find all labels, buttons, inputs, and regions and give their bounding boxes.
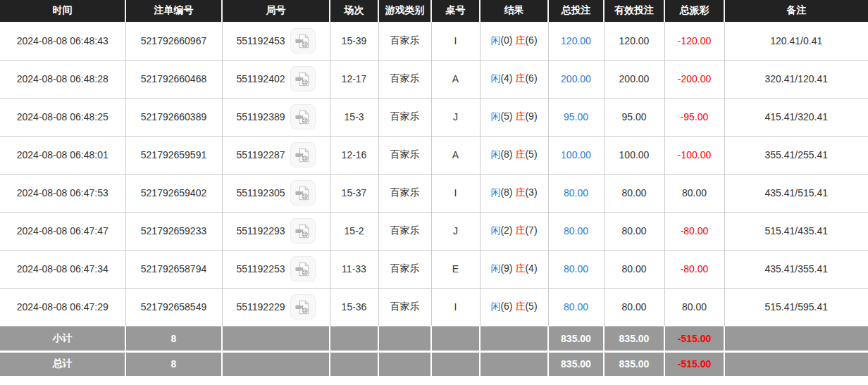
cell-result: 闲(2) 庄(7) [480,212,548,250]
table-footer: 小计8835.00835.00-515.00总计8835.00835.00-51… [0,326,868,377]
column-header-bet-no: 注单编号 [125,0,222,22]
cell-total-bet: 120.00 [548,22,604,60]
cell-bet-no: 521792659233 [125,212,222,250]
cell-bet-no: 521792660468 [125,60,222,98]
cell-round-no: 551192293 [222,212,330,250]
summary-total-payout: -515.00 [664,351,724,377]
cell-time: 2024-08-08 06:47:34 [0,250,125,288]
result-player-score: (6) [500,301,512,312]
cell-game-type: 百家乐 [378,22,431,60]
video-replay-icon [294,147,311,163]
round-no-text: 551192229 [236,301,285,313]
cell-time: 2024-08-08 06:48:25 [0,98,125,136]
round-no-text: 551192389 [236,111,285,122]
cell-round-no: 551192389 [222,98,330,136]
subtotal-row: 小计8835.00835.00-515.00 [0,326,868,351]
cell-total-payout: -100.00 [664,136,724,174]
cell-total-bet: 80.00 [548,174,604,212]
cell-round-no: 551192453 [222,22,330,60]
video-replay-button[interactable] [290,218,316,244]
result-player-label: 闲 [490,149,500,160]
result-banker-score: (5) [525,149,537,160]
cell-table-no: I [431,22,480,60]
result-player-label: 闲 [490,72,500,84]
summary-label: 总计 [0,351,125,377]
cell-total-bet: 80.00 [548,250,604,288]
result-banker-label: 庄 [515,225,525,236]
cell-valid-bet: 200.00 [604,60,664,98]
cell-bet-no: 521792660967 [125,22,222,60]
round-no-text: 551192453 [236,35,285,46]
cell-remark: 415.41/320.41 [724,98,868,136]
column-header-round-no: 局号 [222,0,330,22]
cell-table-no: I [431,174,480,212]
cell-total-bet: 100.00 [548,136,604,174]
video-replay-button[interactable] [290,28,316,53]
table-row: 2024-08-08 06:47:29521792658549551192229… [0,288,868,326]
result-banker-score: (6) [525,72,537,84]
cell-total-bet: 95.00 [548,98,604,136]
cell-total-payout: -95.00 [664,98,724,136]
summary-valid-bet: 835.00 [604,351,664,377]
round-no-wrapper: 551192453 [223,28,330,53]
result-banker-score: (7) [525,225,537,236]
result-player-label: 闲 [490,34,500,46]
cell-table-no: A [431,60,480,98]
cell-result: 闲(8) 庄(5) [480,136,548,174]
summary-empty-game-type [378,351,431,377]
result-player-score: (4) [500,72,512,84]
result-player-label: 闲 [490,263,500,274]
summary-empty-table-no [431,326,480,351]
cell-valid-bet: 95.00 [604,98,664,136]
cell-session: 12-16 [330,136,378,174]
summary-label: 小计 [0,326,125,351]
column-header-result: 结果 [480,0,548,22]
cell-round-no: 551192253 [222,250,330,288]
video-replay-icon [294,261,311,277]
cell-session: 15-37 [330,174,378,212]
cell-bet-no: 521792659591 [125,136,222,174]
summary-count: 8 [125,326,222,351]
cell-session: 15-39 [330,22,378,60]
video-replay-button[interactable] [290,180,316,206]
summary-empty-round-no [222,351,330,377]
video-replay-button[interactable] [290,66,316,91]
table-row: 2024-08-08 06:48:28521792660468551192402… [0,60,868,98]
cell-session: 15-2 [330,212,378,250]
column-header-valid-bet: 有效投注 [604,0,664,22]
result-player-score: (8) [500,149,512,160]
cell-remark: 355.41/255.41 [724,136,868,174]
cell-game-type: 百家乐 [378,288,431,326]
cell-time: 2024-08-08 06:47:29 [0,288,125,326]
summary-valid-bet: 835.00 [604,326,664,351]
video-replay-button[interactable] [290,294,316,320]
result-banker-score: (4) [525,263,537,274]
cell-remark: 515.41/435.41 [724,212,868,250]
cell-valid-bet: 80.00 [604,288,664,326]
cell-remark: 435.41/355.41 [724,250,868,288]
cell-round-no: 551192305 [222,174,330,212]
video-replay-button[interactable] [290,256,316,282]
result-player-label: 闲 [490,301,500,312]
cell-valid-bet: 80.00 [604,250,664,288]
cell-session: 11-33 [330,250,378,288]
cell-session: 15-3 [330,98,378,136]
summary-empty-game-type [378,326,431,351]
video-replay-button[interactable] [290,142,316,168]
result-banker-score: (3) [525,187,537,198]
cell-total-payout: -80.00 [664,212,724,250]
round-no-wrapper: 551192287 [223,142,330,168]
table-row: 2024-08-08 06:47:53521792659402551192305… [0,174,868,212]
video-replay-button[interactable] [290,104,316,130]
cell-round-no: 551192229 [222,288,330,326]
cell-game-type: 百家乐 [378,136,431,174]
table-body: 2024-08-08 06:48:43521792660967551192453… [0,22,868,326]
bet-records-table: 时间 注单编号 局号 场次 游戏类别 桌号 结果 总投注 有效投注 总派彩 备注… [0,0,868,378]
cell-session: 15-36 [330,288,378,326]
result-banker-label: 庄 [515,149,525,160]
round-no-text: 551192402 [236,73,285,84]
column-header-total-bet: 总投注 [548,0,604,22]
cell-valid-bet: 80.00 [604,174,664,212]
table-row: 2024-08-08 06:48:43521792660967551192453… [0,22,868,60]
result-player-label: 闲 [490,225,500,236]
